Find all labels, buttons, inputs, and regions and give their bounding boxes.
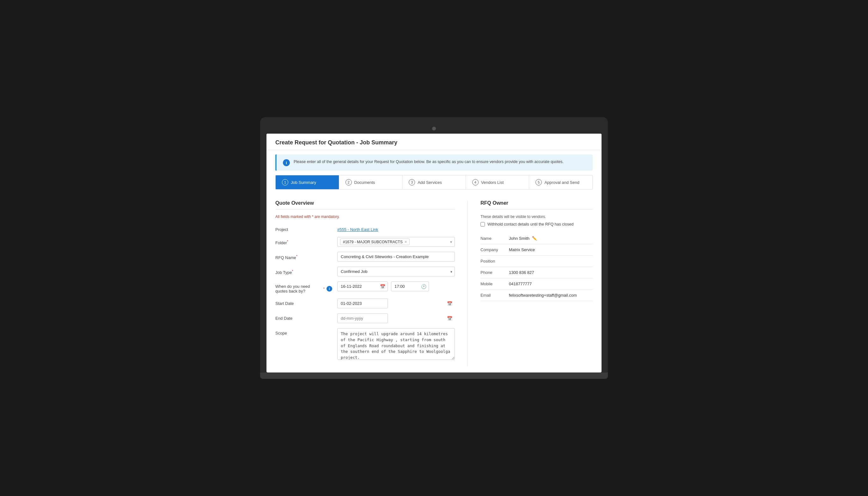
step-5-label: Approval and Send (544, 180, 579, 185)
rfq-owner-divider (481, 209, 593, 210)
step-2-number: 2 (346, 179, 352, 185)
step-1-number: 1 (282, 179, 288, 185)
owner-company-value: Matrix Service (509, 247, 535, 252)
owner-phone-value: 1300 836 827 (509, 270, 534, 275)
owner-mobile-row: Mobile 0418777777 (481, 278, 593, 290)
info-banner: i Please enter all of the general detail… (275, 154, 593, 171)
owner-name-edit-icon[interactable]: ✏️ (532, 236, 537, 241)
quotes-back-by-date-wrap: 📅 (337, 281, 388, 291)
withhold-checkbox[interactable] (481, 222, 485, 227)
stepper: 1 Job Summary 2 Documents 3 Add Services… (275, 175, 593, 189)
job-type-select[interactable]: Confirmed Job Estimated Job (337, 267, 455, 276)
step-4-label: Vendors List (481, 180, 504, 185)
owner-mobile-label: Mobile (481, 281, 509, 286)
withhold-checkbox-row: Withhold contact details until the RFQ h… (481, 222, 593, 227)
step-5-number: 5 (535, 179, 542, 185)
scope-textarea[interactable] (337, 328, 455, 360)
owner-name-label: Name (481, 236, 509, 241)
owner-name-row: Name John Smith ✏️ (481, 233, 593, 244)
page-title: Create Request for Quotation - Job Summa… (275, 139, 593, 146)
step-3-number: 3 (409, 179, 415, 185)
project-label: Project (275, 224, 332, 232)
start-date-wrap: 📅 (337, 298, 455, 308)
quotes-back-by-info-icon[interactable]: i (326, 286, 332, 292)
step-2-label: Documents (354, 180, 375, 185)
scope-label: Scope (275, 328, 332, 336)
folder-tag: #1679 - MAJOR SUBCONTRACTS × (340, 238, 410, 245)
rfq-owner-panel: RFQ Owner These details will be visible … (468, 200, 593, 366)
step-3-add-services[interactable]: 3 Add Services (402, 175, 466, 189)
step-4-number: 4 (472, 179, 478, 185)
rfq-name-row: RFQ Name* (275, 252, 455, 262)
quote-overview-divider (275, 209, 455, 210)
owner-email-label: Email (481, 293, 509, 298)
scope-row: Scope (275, 328, 455, 361)
job-type-label: Job Type* (275, 267, 332, 275)
owner-company-row: Company Matrix Service (481, 244, 593, 255)
folder-tag-input[interactable]: #1679 - MAJOR SUBCONTRACTS × ▾ (337, 237, 455, 247)
step-4-vendors-list[interactable]: 4 Vendors List (466, 175, 530, 189)
folder-label: Folder* (275, 237, 332, 245)
project-row: Project #555 - North East Link (275, 224, 455, 232)
quotes-back-by-row: When do you need quotes back by?* i 📅 (275, 281, 455, 294)
owner-position-row: Position (481, 255, 593, 267)
owner-position-label: Position (481, 259, 509, 263)
owner-phone-row: Phone 1300 836 827 (481, 267, 593, 278)
start-date-input[interactable] (337, 298, 388, 308)
withhold-label: Withhold contact details until the RFQ h… (487, 222, 574, 227)
quote-overview-title: Quote Overview (275, 200, 455, 206)
quotes-back-by-calendar-icon[interactable]: 📅 (380, 284, 385, 289)
end-date-calendar-icon[interactable]: 📅 (447, 316, 452, 321)
info-banner-text: Please enter all of the general details … (294, 159, 564, 165)
quotes-back-by-clock-icon[interactable]: 🕐 (421, 284, 426, 289)
step-3-label: Add Services (417, 180, 442, 185)
camera-dot (432, 127, 436, 130)
rfq-owner-note: These details will be visible to vendors… (481, 215, 593, 219)
quote-overview-panel: Quote Overview All fields marked with * … (275, 200, 455, 366)
owner-mobile-value: 0418777777 (509, 281, 532, 286)
start-date-calendar-icon[interactable]: 📅 (447, 301, 452, 306)
step-1-job-summary[interactable]: 1 Job Summary (276, 175, 339, 189)
step-2-documents[interactable]: 2 Documents (339, 175, 403, 189)
owner-phone-label: Phone (481, 270, 509, 275)
rfq-owner-title: RFQ Owner (481, 200, 593, 206)
folder-tag-remove[interactable]: × (405, 239, 407, 244)
end-date-wrap: 📅 (337, 313, 455, 323)
start-date-row: Start Date 📅 (275, 298, 455, 308)
job-type-row: Job Type* Confirmed Job Estimated Job ▾ (275, 267, 455, 276)
owner-name-value: John Smith (509, 236, 530, 241)
mandatory-note: All fields marked with * are mandatory. (275, 215, 455, 219)
owner-email-row: Email felixsoftwaretesting+staff@gmail.c… (481, 290, 593, 301)
folder-row: Folder* #1679 - MAJOR SUBCONTRACTS × ▾ (275, 237, 455, 247)
start-date-label: Start Date (275, 298, 332, 306)
laptop-base (260, 372, 608, 379)
project-link[interactable]: #555 - North East Link (337, 224, 455, 232)
end-date-row: End Date 📅 (275, 313, 455, 323)
rfq-name-label: RFQ Name* (275, 252, 332, 260)
step-1-label: Job Summary (291, 180, 316, 185)
step-5-approval-send[interactable]: 5 Approval and Send (529, 175, 592, 189)
end-date-input[interactable] (337, 313, 388, 323)
quotes-back-by-label: When do you need quotes back by?* i (275, 281, 332, 294)
rfq-name-input[interactable] (337, 252, 455, 262)
owner-email-value: felixsoftwaretesting+staff@gmail.com (509, 293, 577, 298)
quotes-back-by-time-wrap: 🕐 (391, 281, 429, 291)
owner-company-label: Company (481, 247, 509, 252)
info-icon: i (283, 159, 290, 166)
end-date-label: End Date (275, 313, 332, 321)
folder-dropdown-arrow[interactable]: ▾ (450, 240, 452, 244)
